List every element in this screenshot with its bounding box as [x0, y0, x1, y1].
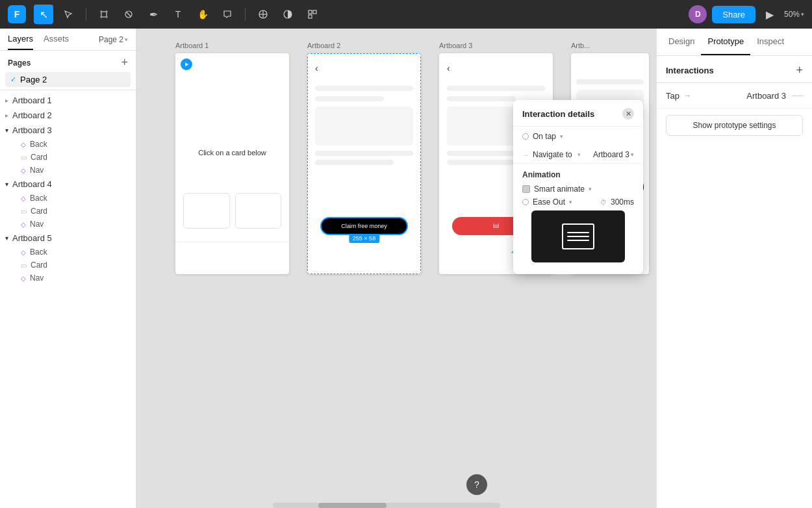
- show-prototype-button[interactable]: Show prototype settings: [666, 115, 803, 136]
- artboard-4-children: ◇ Back ▭ Card ◇ Nav: [0, 192, 136, 231]
- remove-interaction-button[interactable]: —: [793, 90, 803, 101]
- card-1[interactable]: [183, 193, 230, 229]
- artboard-1-play-indicator: [181, 58, 192, 70]
- play-button[interactable]: ▶: [761, 5, 779, 23]
- interactions-header: Interactions +: [657, 56, 812, 83]
- svg-rect-16: [309, 15, 312, 18]
- add-page-button[interactable]: +: [121, 56, 128, 70]
- artboard-2-container: Artboard 2 ‹ Claim free money 255 × 58: [307, 42, 421, 274]
- move-tool[interactable]: ↖: [34, 5, 53, 24]
- tab-inspect[interactable]: Inspect: [750, 29, 791, 55]
- pen-tool[interactable]: ✒: [144, 5, 163, 24]
- frame-icon: ▭: [21, 154, 27, 161]
- bottom-scrollbar[interactable]: [273, 503, 500, 508]
- component-icon-5: ◇: [21, 249, 26, 256]
- modal-trigger-row: On tap ▾: [513, 127, 643, 146]
- ease-out-radio[interactable]: [522, 199, 529, 205]
- share-button[interactable]: Share: [712, 6, 755, 23]
- toolbar-right: D Share ▶ 50% ▾: [689, 5, 804, 23]
- artboard-expand-icon-1: ▸: [5, 97, 8, 104]
- layer-back-3[interactable]: ◇ Back: [16, 138, 136, 151]
- tab-design[interactable]: Design: [662, 29, 701, 55]
- modal-title: Interaction details: [522, 109, 594, 119]
- add-interaction-button[interactable]: +: [796, 64, 803, 77]
- interaction-trigger: Tap: [666, 91, 679, 101]
- smart-animate-label: Smart animate: [534, 184, 585, 194]
- page-check-icon: ✓: [10, 75, 16, 84]
- canvas-area[interactable]: Artboard 1 Click on a card below Artboar…: [136, 29, 656, 508]
- toolbar-sep-1: [86, 8, 86, 21]
- smart-animate-checkbox[interactable]: [522, 185, 530, 193]
- toolbar: F ↖ ✒ T ✋: [0, 0, 812, 29]
- frame-icon-5: ▭: [21, 262, 27, 269]
- artboard-1-container: Artboard 1 Click on a card below: [175, 42, 289, 274]
- artboard-4-label: Artb...: [571, 42, 590, 49]
- frame-icon-4: ▭: [21, 208, 27, 215]
- artboard-2-frame[interactable]: ‹ Claim free money 255 × 58: [307, 53, 421, 274]
- layer-nav-5[interactable]: ◇ Nav: [16, 272, 136, 285]
- frame-tool[interactable]: [94, 5, 114, 24]
- page-selector-label[interactable]: Page 2: [99, 35, 123, 44]
- contrast-tool[interactable]: [278, 5, 298, 24]
- artboard-3-back[interactable]: ‹: [447, 63, 450, 73]
- svg-rect-14: [309, 10, 312, 14]
- component-icon-nav-5: ◇: [21, 275, 26, 282]
- action-chevron: ▾: [577, 151, 581, 158]
- shape-tool[interactable]: [119, 5, 138, 24]
- artboard-2-button[interactable]: Claim free money: [320, 217, 408, 235]
- svg-rect-0: [101, 12, 107, 17]
- hand-tool[interactable]: ✋: [193, 5, 212, 24]
- modal-trigger-label: On tap: [533, 132, 556, 141]
- smart-animate-chevron: ▾: [589, 186, 592, 192]
- tab-layers[interactable]: Layers: [8, 34, 33, 50]
- preview-line-2: [567, 236, 589, 237]
- arrange-tool[interactable]: [303, 5, 322, 24]
- animation-title: Animation: [522, 170, 634, 179]
- component-tool[interactable]: [253, 5, 273, 24]
- artboard-expand-icon-2: ▸: [5, 112, 8, 119]
- preview-line-1: [567, 232, 589, 233]
- artboard-2-back[interactable]: ‹: [315, 63, 318, 73]
- layer-card-5[interactable]: ▭ Card: [16, 259, 136, 272]
- tab-assets[interactable]: Assets: [44, 34, 69, 50]
- page-item[interactable]: ✓ Page 2: [5, 72, 131, 87]
- artboard-1-frame[interactable]: Click on a card below: [175, 53, 289, 274]
- artboard-item-3[interactable]: ▾ Artboard 3: [0, 123, 136, 138]
- layer-back-5[interactable]: ◇ Back: [16, 246, 136, 259]
- comment-tool[interactable]: [218, 5, 237, 24]
- card-2[interactable]: [235, 193, 282, 229]
- animation-preview: [531, 210, 625, 262]
- pages-section-title: Pages: [8, 58, 31, 68]
- layer-nav-4[interactable]: ◇ Nav: [16, 218, 136, 231]
- layer-card-4[interactable]: ▭ Card: [16, 205, 136, 218]
- pages-section: Pages +: [0, 51, 136, 72]
- scrollbar-thumb[interactable]: [318, 503, 387, 508]
- zoom-control[interactable]: 50% ▾: [784, 10, 804, 19]
- text-tool[interactable]: T: [168, 5, 188, 24]
- artboard-item-4[interactable]: ▾ Artboard 4: [0, 177, 136, 192]
- tab-prototype[interactable]: Prototype: [701, 29, 750, 55]
- main-layout: Layers Assets Page 2 ▾ Pages + ✓ Page 2 …: [0, 29, 812, 508]
- layer-card-3[interactable]: ▭ Card: [16, 151, 136, 164]
- ease-out-chevron: ▾: [569, 199, 572, 205]
- artboard-item-5[interactable]: ▾ Artboard 5: [0, 231, 136, 246]
- modal-close-button[interactable]: ✕: [622, 108, 634, 120]
- on-tap-radio[interactable]: [522, 133, 529, 140]
- artboard-item-2[interactable]: ▸ Artboard 2: [0, 108, 136, 123]
- component-icon: ◇: [21, 141, 26, 148]
- artboard-1-label: Artboard 1: [175, 42, 209, 49]
- artboard-expand-icon-5: ▾: [5, 235, 8, 242]
- select-tool[interactable]: [58, 5, 78, 24]
- duration-label: 300ms: [611, 197, 634, 207]
- app-logo[interactable]: F: [8, 5, 26, 23]
- layer-nav-3[interactable]: ◇ Nav: [16, 164, 136, 177]
- svg-rect-15: [313, 10, 316, 14]
- ease-out-label: Ease Out: [533, 197, 565, 207]
- artboard-item-1[interactable]: ▸ Artboard 1: [0, 93, 136, 108]
- interaction-arrow-icon: →: [683, 91, 691, 100]
- layer-back-4[interactable]: ◇ Back: [16, 192, 136, 205]
- artboard-expand-icon-4: ▾: [5, 181, 8, 188]
- artboard-5-children: ◇ Back ▭ Card ◇ Nav: [0, 246, 136, 285]
- animation-section: Animation Smart animate ▾ Ease Out ▾ ⏱ 3…: [513, 164, 643, 274]
- help-button[interactable]: ?: [466, 474, 487, 495]
